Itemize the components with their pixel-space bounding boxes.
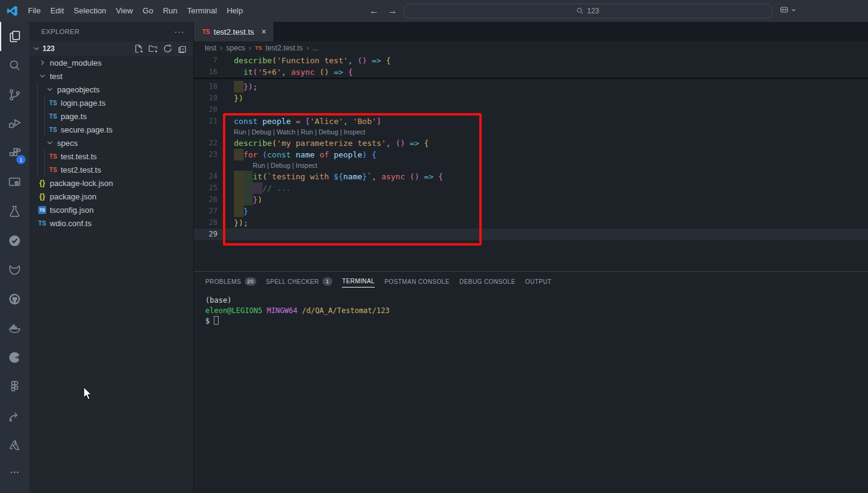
terminal[interactable]: (base)eleon@LEGION5 MINGW64 /d/QA_A/Test… [205,291,868,326]
codelens[interactable]: Run | Debug | Watch | Run | Debug | Insp… [194,127,868,137]
code-token [291,115,296,127]
explorer-more-actions[interactable]: ··· [174,27,185,36]
json-file-icon: {} [38,192,47,201]
menu-run[interactable]: Run [158,0,182,22]
refresh-icon[interactable] [163,44,173,53]
tsconfig-file-icon: TS [38,206,47,214]
code-token: people [262,115,291,127]
activity-extensions-icon[interactable]: 1 [0,139,29,168]
activity-testing-icon[interactable] [0,197,29,226]
line-number: 22 [194,137,217,149]
new-file-icon[interactable] [134,44,143,53]
back-button[interactable]: ← [369,5,379,16]
code-line-28: 28}); [194,217,868,229]
activity-search-icon[interactable] [0,51,29,80]
code-token: name [343,171,362,182]
activity-run-and-debug-icon[interactable] [0,109,29,139]
tree-item-node_modules[interactable]: node_modules [29,56,193,69]
code-token: }) [244,81,253,92]
code-token: , [348,55,353,66]
code-token: ( [253,66,258,78]
activity-gitlens-icon[interactable] [0,255,29,284]
code-token: => [410,137,420,149]
menu-edit[interactable]: Edit [46,0,69,22]
command-center-search[interactable]: 123 [403,4,773,18]
breadcrumb-item[interactable]: test [205,44,216,52]
menu-selection[interactable]: Selection [69,0,111,22]
tab-bar: TS test2.test.ts × [194,22,868,41]
tree-item-tsconfig.json[interactable]: TStsconfig.json [29,203,193,216]
file-tree: node_modulestestpageobjectsTSlogin.page.… [29,56,193,230]
activity-postman-icon[interactable] [0,343,29,372]
terminal-text: /d/QA_A/Testomat/123 [302,306,390,315]
collapse-all-icon[interactable] [177,44,187,53]
activity-more-actions-icon[interactable] [0,458,29,487]
panel-tab-problems[interactable]: PROBLEMS20 [205,276,256,288]
tree-item-wdio.conf.ts[interactable]: TSwdio.conf.ts [29,216,193,230]
menu-help[interactable]: Help [222,0,248,22]
activity-remote-explorer-icon[interactable] [0,168,29,197]
activity-explorer-icon[interactable] [0,22,29,51]
breadcrumb-item[interactable]: ... [313,44,319,52]
activity-github-icon[interactable] [0,284,29,314]
code-token: name [296,149,315,160]
ts-file-icon: TS [49,100,58,106]
tree-item-package.json[interactable]: {}package.json [29,190,193,203]
breadcrumb-item[interactable]: test2.test.ts [265,44,302,52]
code-token: { [386,55,391,66]
code-token: => [424,171,434,182]
panel-tab-spell-checker[interactable]: SPELL CHECKER1 [266,276,333,288]
menu-terminal[interactable]: Terminal [182,0,222,22]
panel-tab-debug-console[interactable]: DEBUG CONSOLE [459,276,515,288]
copilot-icon [779,5,789,15]
vscode-logo-icon [6,5,18,17]
new-folder-icon[interactable] [148,44,158,53]
panel-tab-postman-console[interactable]: POSTMAN CONSOLE [384,276,449,288]
indent-rainbow-block [234,81,244,92]
menu-file[interactable]: File [23,0,46,22]
breadcrumb[interactable]: test›specs›TStest2.test.ts›... [194,41,868,55]
terminal-line: (base) [205,295,868,306]
code-token: () [395,137,405,149]
menu-view[interactable]: View [111,0,138,22]
breadcrumb-item[interactable]: specs [226,44,245,52]
panel-tab-terminal[interactable]: TERMINAL [342,275,375,288]
workspace-section-header[interactable]: 123 [29,41,193,56]
code-token: , [281,66,286,78]
tab-test2.test.ts[interactable]: TS test2.test.ts × [194,22,273,41]
activity-azure-icon[interactable] [0,430,29,460]
panel-tab-output[interactable]: OUTPUT [525,276,552,288]
codelens[interactable]: Run | Debug | Inspect [194,160,868,171]
code-editor[interactable]: 7describe('Function test', () => {16 it(… [194,55,868,271]
copilot-menu[interactable] [779,5,796,15]
tree-item-label: package-lock.json [50,179,113,188]
tree-item-login.page.ts[interactable]: TSlogin.page.ts [29,96,193,109]
menu-go[interactable]: Go [138,0,158,22]
forward-button[interactable]: → [388,5,397,16]
chevron-down-icon [791,7,796,13]
activity-share-icon[interactable] [0,401,29,430]
tree-item-package-lock.json[interactable]: {}package-lock.json [29,176,193,190]
tree-item-secure.page.ts[interactable]: TSsecure.page.ts [29,123,193,136]
activity-docker-icon[interactable] [0,314,29,343]
panel-tab-label: DEBUG CONSOLE [459,276,515,288]
code-line-26: 26}) [194,194,868,205]
tree-item-test[interactable]: test [29,69,193,83]
line-number: 21 [194,115,217,127]
close-tab-icon[interactable]: × [261,27,266,36]
tree-item-test.test.ts[interactable]: TStest.test.ts [29,150,193,163]
activity-source-control-icon[interactable] [0,80,29,109]
code-token: , [372,171,377,182]
activity-figma-icon[interactable] [0,372,29,401]
tree-item-page.ts[interactable]: TSpage.ts [29,109,193,123]
activity-spell-checker-icon[interactable] [0,226,29,255]
code-token [234,66,244,78]
tree-item-label: pageobjects [57,85,100,94]
panel-tabs: PROBLEMS20SPELL CHECKER1TERMINALPOSTMAN … [205,272,868,291]
tree-item-test2.test.ts[interactable]: TStest2.test.ts [29,163,193,176]
tree-item-specs[interactable]: specs [29,136,193,150]
search-value: 123 [587,7,599,15]
tree-item-pageobjects[interactable]: pageobjects [29,83,193,96]
code-token: { [372,149,377,160]
line-number: 23 [194,149,217,160]
